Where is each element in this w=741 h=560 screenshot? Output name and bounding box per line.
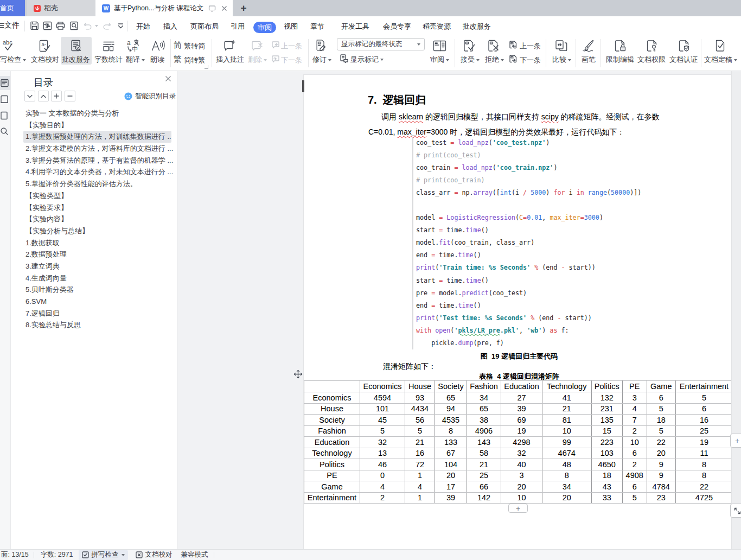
prev-comment-button[interactable]: 上一条 [281, 41, 302, 51]
table-cell[interactable]: 33 [591, 492, 623, 504]
new-tab-button[interactable]: + [237, 2, 250, 15]
table-cell[interactable]: 8 [542, 470, 592, 481]
print-icon[interactable] [55, 21, 66, 31]
translate-button[interactable]: 翻译 [126, 55, 145, 65]
table-cell[interactable]: 10 [623, 437, 647, 448]
table-cell[interactable]: 18 [647, 415, 676, 426]
table-row-label[interactable]: Society [304, 415, 360, 426]
table-cell[interactable]: 133 [435, 437, 467, 448]
table-cell[interactable]: 4908 [623, 470, 647, 481]
table-cell[interactable]: 4298 [501, 437, 542, 448]
toc-item[interactable]: 【实验目的】 [11, 119, 177, 131]
table-cell[interactable]: 8 [435, 425, 467, 437]
menu-item-section[interactable]: 章节 [310, 22, 324, 31]
doc-certify-button[interactable]: 文档认证 [669, 55, 698, 65]
table-add-row-button[interactable]: + [508, 504, 528, 513]
table-header-cell[interactable]: Society [435, 381, 467, 392]
table-cell[interactable]: 18 [591, 470, 623, 481]
table-cell[interactable]: 15 [591, 425, 623, 437]
menu-item-dev-tools[interactable]: 开发工具 [341, 22, 369, 31]
dialog-launcher[interactable] [205, 65, 208, 69]
review-service-button[interactable]: 批改服务 [62, 55, 90, 65]
table-cell[interactable]: 4535 [435, 415, 467, 426]
table-header-cell[interactable] [304, 381, 360, 392]
toc-item[interactable]: 8.实验总结与反思 [11, 319, 177, 331]
track-changes-button[interactable]: 修订 [312, 55, 331, 65]
table-cell[interactable]: 4434 [405, 403, 435, 415]
table-move-handle[interactable] [293, 370, 303, 379]
table-row-label[interactable]: House [304, 403, 360, 415]
table-cell[interactable]: 17 [435, 481, 467, 493]
tab-document[interactable]: W 基于Python...与分析 课程论文 [95, 0, 233, 16]
collapse-ribbon-icon[interactable] [117, 23, 124, 29]
menu-item-page-layout[interactable]: 页面布局 [190, 22, 219, 31]
smart-toc-button[interactable]: 智能识别目录 [124, 92, 176, 101]
close-tab-icon[interactable] [221, 5, 227, 11]
brush-button[interactable]: 画笔 [582, 55, 596, 65]
present-to-screen-icon[interactable] [208, 5, 216, 12]
table-cell[interactable]: 67 [435, 448, 467, 459]
spell-check-status[interactable]: 拼写检查 [79, 550, 128, 560]
table-cell[interactable]: 27 [501, 392, 542, 404]
table-cell[interactable]: 5 [647, 425, 676, 437]
table-cell[interactable]: 21 [542, 403, 592, 415]
table-header-cell[interactable]: Economics [360, 381, 405, 392]
markup-state-select[interactable]: 显示标记的最终状态 [337, 38, 425, 50]
table-cell[interactable]: 13 [360, 448, 405, 459]
delete-comment-button[interactable]: 删除 [248, 55, 267, 65]
table-cell[interactable]: 48 [542, 459, 592, 470]
toc-item[interactable]: 3.建立词典 [11, 260, 177, 272]
table-cell[interactable]: 4 [360, 481, 405, 493]
simp-to-trad-button[interactable]: 简转繁 [184, 55, 205, 65]
prev-change-button[interactable]: 上一条 [520, 41, 541, 51]
table-header-cell[interactable]: Politics [591, 381, 623, 392]
table-cell[interactable]: 32 [360, 437, 405, 448]
table-cell[interactable]: 104 [435, 459, 467, 470]
restrict-editing-button[interactable]: 限制编辑 [606, 55, 634, 65]
menu-item-docer-resources[interactable]: 稻壳资源 [423, 22, 451, 31]
table-resize-handle[interactable] [730, 504, 741, 518]
toc-item[interactable]: 1.数据获取 [11, 237, 177, 249]
toc-item[interactable]: 4.利用学习的文本分类器，对未知文本进行分 ... [11, 166, 177, 178]
table-row-label[interactable]: Economics [304, 392, 360, 404]
table-cell[interactable]: 5 [360, 425, 405, 437]
show-markup-button[interactable]: 显示标记 [350, 55, 384, 65]
toc-expand-icon[interactable] [38, 91, 49, 101]
table-cell[interactable]: 32 [501, 448, 542, 459]
redo-icon[interactable] [102, 21, 112, 30]
insert-comment-button[interactable]: 插入批注 [216, 55, 244, 65]
menu-item-home[interactable]: 开始 [136, 22, 150, 31]
menu-item-references[interactable]: 引用 [231, 22, 245, 31]
toc-item[interactable]: 6.SVM [11, 296, 177, 308]
table-cell[interactable]: 21 [405, 437, 435, 448]
table-cell[interactable]: 94 [435, 403, 467, 415]
table-cell[interactable]: 4725 [676, 492, 733, 504]
trad-to-simp-button[interactable]: 繁转简 [184, 41, 205, 51]
table-cell[interactable]: 4650 [591, 459, 623, 470]
table-cell[interactable]: 8 [676, 459, 733, 470]
toc-item[interactable]: 实验一 文本数据的分类与分析 [11, 107, 177, 119]
table-cell[interactable]: 9 [647, 470, 676, 481]
table-cell[interactable]: 69 [501, 415, 542, 426]
table-cell[interactable]: 81 [542, 415, 592, 426]
find-panel-icon[interactable] [0, 127, 9, 136]
compare-button[interactable]: 比较 [552, 55, 571, 65]
table-cell[interactable]: 4674 [542, 448, 592, 459]
next-change-button[interactable]: 下一条 [520, 55, 541, 65]
table-cell[interactable]: 16 [405, 448, 435, 459]
toc-item[interactable]: 5.贝叶斯分类器 [11, 284, 177, 296]
table-cell[interactable]: 4 [623, 403, 647, 415]
table-cell[interactable]: 4784 [647, 481, 676, 493]
table-cell[interactable]: 8 [676, 470, 733, 481]
document-page[interactable]: 7. 逻辑回归 调用 sklearn 的逻辑回归模型，其接口同样支持 scipy… [303, 74, 734, 550]
table-header-cell[interactable]: Game [647, 381, 676, 392]
toc-item[interactable]: 2.掌握文本建模的方法，对语料库的文档进行 ... [11, 143, 177, 155]
toc-item[interactable]: 5.掌握评价分类器性能的评估方法。 [11, 178, 177, 190]
table-row-label[interactable]: Technology [304, 448, 360, 459]
table-header-cell[interactable]: House [405, 381, 435, 392]
next-comment-button[interactable]: 下一条 [281, 55, 302, 65]
toc-collapse-icon[interactable] [24, 91, 35, 101]
table-cell[interactable]: 2 [623, 459, 647, 470]
save-icon[interactable] [29, 21, 40, 31]
table-cell[interactable]: 38 [467, 415, 501, 426]
